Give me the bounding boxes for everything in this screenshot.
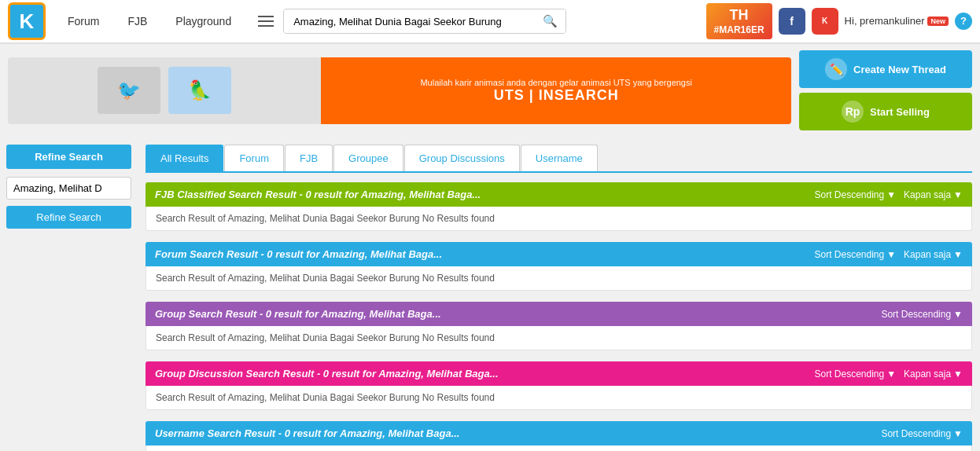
fjb-kapan-label: Kapan saja (904, 189, 951, 200)
main-content: Refine Search Refine Search All Results … (0, 137, 980, 451)
navbar-right: TH #MAR16ER f K Hi, premankuliner New ? (706, 3, 972, 40)
banner-left: 🐦 🦜 (8, 57, 321, 124)
group-title-normal: - 0 result for (256, 308, 321, 320)
username-title-italic: Amazing, Melihat Baga... (340, 427, 459, 439)
drawing1-icon: 🐦 (98, 67, 160, 114)
username-title-bold: Username Search Result (155, 427, 275, 439)
tab-group-discussions[interactable]: Group Discussions (404, 145, 520, 171)
banner-wrapper: 🐦 🦜 Mulailah karir animasi anda dengan g… (8, 44, 972, 137)
group-disc-kapan-button[interactable]: Kapan saja ▼ (904, 368, 963, 380)
hamburger-line2 (258, 20, 274, 22)
group-disc-result-body: Search Result of Amazing, Melihat Dunia … (146, 386, 972, 410)
fjb-result-controls: Sort Descending ▼ Kapan saja ▼ (814, 189, 963, 200)
start-selling-label: Start Selling (870, 106, 930, 118)
hamburger-menu[interactable] (253, 9, 278, 34)
group-sort-chevron-icon: ▼ (953, 309, 963, 320)
fjb-title-italic: Amazing, Melihat Baga... (361, 189, 481, 200)
forum-sort-label: Sort Descending (814, 249, 884, 260)
username-sort-label: Sort Descending (881, 428, 951, 439)
facebook-icon[interactable]: f (779, 8, 805, 35)
fjb-sort-label: Sort Descending (814, 189, 884, 200)
group-disc-result-header: Group Discussion Search Result - 0 resul… (146, 361, 972, 386)
fjb-result-header: FJB Classified Search Result - 0 result … (146, 182, 972, 207)
banner-tagline: Mulailah karir animasi anda dengan gelar… (420, 78, 691, 87)
username-sort-button[interactable]: Sort Descending ▼ (881, 428, 963, 439)
tab-groupee[interactable]: Groupee (333, 145, 403, 171)
start-selling-icon: Rp (842, 101, 864, 123)
forum-result-body: Search Result of Amazing, Melihat Dunia … (146, 266, 972, 291)
anniversary-badge: TH #MAR16ER (706, 3, 772, 40)
greeting-text: Hi, premankuliner (845, 15, 925, 27)
group-result-body: Search Result of Amazing, Melihat Dunia … (146, 326, 972, 350)
hamburger-line3 (258, 25, 274, 27)
user-greeting: Hi, premankuliner New (845, 15, 949, 27)
hamburger-line1 (258, 16, 274, 17)
forum-kapan-chevron-icon: ▼ (953, 249, 963, 260)
help-icon[interactable]: ? (955, 13, 972, 30)
banner-image: 🐦 🦜 Mulailah karir animasi anda dengan g… (8, 57, 791, 124)
group-disc-result-title: Group Discussion Search Result - 0 resul… (155, 368, 499, 380)
group-disc-result-controls: Sort Descending ▼ Kapan saja ▼ (814, 368, 963, 380)
group-result-controls: Sort Descending ▼ (881, 309, 963, 320)
group-disc-result-section: Group Discussion Search Result - 0 resul… (146, 361, 972, 410)
forum-sort-chevron-icon: ▼ (886, 249, 896, 260)
search-button[interactable]: 🔍 (535, 9, 566, 33)
create-thread-button[interactable]: ✏️ Create New Thread (799, 50, 972, 88)
group-disc-sort-button[interactable]: Sort Descending ▼ (814, 368, 896, 380)
create-thread-label: Create New Thread (853, 64, 946, 75)
fjb-kapan-button[interactable]: Kapan saja ▼ (904, 189, 963, 200)
forum-result-text: Search Result of Amazing, Melihat Dunia … (156, 273, 495, 284)
sidebar: Refine Search Refine Search (0, 137, 138, 451)
username-result-header: Username Search Result - 0 result for Am… (146, 421, 972, 446)
kaskus-small-icon[interactable]: K (812, 8, 838, 35)
banner-right: Mulailah karir animasi anda dengan gelar… (321, 57, 791, 124)
forum-result-section: Forum Search Result - 0 result for Amazi… (146, 242, 972, 291)
tab-all-results[interactable]: All Results (146, 145, 223, 171)
group-disc-title-bold: Group Discussion Search Result (155, 368, 314, 380)
search-input[interactable] (284, 10, 535, 33)
group-result-section: Group Search Result - 0 result for Amazi… (146, 302, 972, 350)
nav-links: Forum FJB Playground (53, 0, 245, 43)
group-disc-result-text: Search Result of Amazing, Melihat Dunia … (156, 392, 495, 403)
group-disc-sort-label: Sort Descending (814, 368, 884, 380)
fjb-result-body: Search Result of Amazing, Melihat Dunia … (146, 207, 972, 231)
tab-fjb[interactable]: FJB (285, 145, 333, 171)
group-disc-kapan-chevron-icon: ▼ (953, 368, 963, 380)
nav-fjb[interactable]: FJB (113, 0, 161, 43)
forum-title-normal: - 0 result for (258, 248, 322, 260)
forum-result-controls: Sort Descending ▼ Kapan saja ▼ (814, 249, 963, 260)
drawing2-icon: 🦜 (168, 67, 231, 114)
forum-kapan-button[interactable]: Kapan saja ▼ (904, 249, 963, 260)
results-area: All Results Forum FJB Groupee Group Disc… (138, 137, 980, 451)
logo[interactable]: K (8, 2, 46, 40)
username-result-section: Username Search Result - 0 result for Am… (146, 421, 972, 451)
start-selling-button[interactable]: Rp Start Selling (799, 93, 972, 130)
fjb-title-normal: - 0 result for (297, 189, 361, 200)
forum-kapan-label: Kapan saja (904, 249, 951, 260)
group-sort-button[interactable]: Sort Descending ▼ (881, 309, 963, 320)
fjb-sort-chevron-icon: ▼ (886, 189, 896, 200)
fjb-kapan-chevron-icon: ▼ (953, 189, 963, 200)
nav-playground[interactable]: Playground (161, 0, 245, 43)
username-sort-chevron-icon: ▼ (953, 428, 963, 439)
group-title-bold: Group Search Result (155, 308, 256, 320)
group-result-header: Group Search Result - 0 result for Amazi… (146, 302, 972, 326)
new-badge: New (927, 16, 949, 26)
tab-username[interactable]: Username (521, 145, 598, 171)
anniversary-tag: #MAR16ER (714, 24, 764, 37)
create-thread-icon: ✏️ (825, 58, 847, 80)
nav-forum[interactable]: Forum (53, 0, 113, 43)
sidebar-search-input[interactable] (6, 177, 131, 200)
forum-result-header: Forum Search Result - 0 result for Amazi… (146, 242, 972, 266)
group-disc-kapan-label: Kapan saja (904, 368, 951, 380)
fjb-result-title: FJB Classified Search Result - 0 result … (155, 189, 481, 200)
forum-sort-button[interactable]: Sort Descending ▼ (814, 249, 896, 260)
group-title-italic: Amazing, Melihat Baga... (321, 308, 440, 320)
fjb-sort-button[interactable]: Sort Descending ▼ (814, 189, 896, 200)
forum-title-bold: Forum Search Result (155, 248, 258, 260)
banner-actions: ✏️ Create New Thread Rp Start Selling (799, 50, 972, 130)
refine-search-top-button[interactable]: Refine Search (6, 145, 131, 169)
refine-search-button[interactable]: Refine Search (6, 206, 131, 229)
forum-result-title: Forum Search Result - 0 result for Amazi… (155, 248, 442, 260)
tab-forum[interactable]: Forum (224, 145, 284, 171)
